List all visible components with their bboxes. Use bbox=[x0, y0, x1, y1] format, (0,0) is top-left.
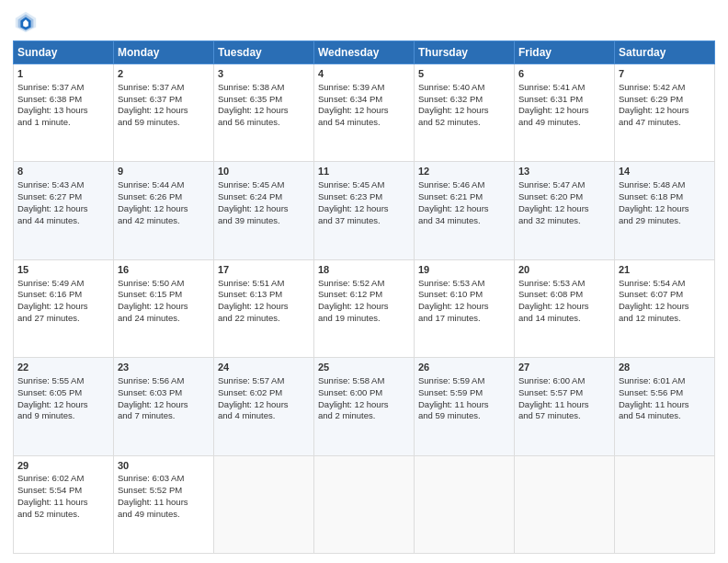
day-number: 13 bbox=[518, 165, 610, 178]
calendar-cell: 21Sunrise: 5:54 AMSunset: 6:07 PMDayligh… bbox=[615, 259, 715, 357]
calendar-cell: 3Sunrise: 5:38 AMSunset: 6:35 PMDaylight… bbox=[214, 64, 314, 162]
calendar-cell: 16Sunrise: 5:50 AMSunset: 6:15 PMDayligh… bbox=[114, 259, 214, 357]
day-number: 29 bbox=[17, 459, 109, 473]
calendar-cell: 7Sunrise: 5:42 AMSunset: 6:29 PMDaylight… bbox=[615, 64, 715, 162]
calendar-cell: 11Sunrise: 5:45 AMSunset: 6:23 PMDayligh… bbox=[314, 162, 415, 259]
calendar-cell: 27Sunrise: 6:00 AMSunset: 5:57 PMDayligh… bbox=[515, 358, 615, 455]
calendar-table: SundayMondayTuesdayWednesdayThursdayFrid… bbox=[13, 40, 715, 554]
day-number: 19 bbox=[418, 263, 510, 277]
day-number: 8 bbox=[17, 165, 109, 178]
col-header-sunday: Sunday bbox=[14, 41, 114, 64]
day-number: 24 bbox=[218, 361, 310, 374]
day-number: 21 bbox=[619, 263, 711, 277]
calendar-cell: 10Sunrise: 5:45 AMSunset: 6:24 PMDayligh… bbox=[214, 162, 314, 259]
calendar-cell bbox=[415, 455, 515, 553]
calendar-cell: 29Sunrise: 6:02 AMSunset: 5:54 PMDayligh… bbox=[14, 455, 114, 553]
calendar-cell: 6Sunrise: 5:41 AMSunset: 6:31 PMDaylight… bbox=[515, 64, 615, 162]
day-number: 11 bbox=[318, 165, 410, 178]
day-number: 17 bbox=[218, 263, 310, 277]
day-number: 9 bbox=[118, 165, 210, 178]
calendar-cell: 15Sunrise: 5:49 AMSunset: 6:16 PMDayligh… bbox=[14, 259, 114, 357]
day-number: 28 bbox=[619, 361, 711, 374]
calendar-header-row: SundayMondayTuesdayWednesdayThursdayFrid… bbox=[14, 41, 715, 64]
calendar-week-3: 22Sunrise: 5:55 AMSunset: 6:05 PMDayligh… bbox=[14, 358, 715, 455]
calendar-cell: 1Sunrise: 5:37 AMSunset: 6:38 PMDaylight… bbox=[14, 64, 114, 162]
day-number: 23 bbox=[118, 361, 210, 374]
day-number: 2 bbox=[118, 67, 210, 81]
calendar-week-0: 1Sunrise: 5:37 AMSunset: 6:38 PMDaylight… bbox=[14, 64, 715, 162]
day-number: 10 bbox=[218, 165, 310, 178]
calendar-cell: 9Sunrise: 5:44 AMSunset: 6:26 PMDaylight… bbox=[114, 162, 214, 259]
day-number: 30 bbox=[118, 459, 210, 473]
col-header-wednesday: Wednesday bbox=[314, 41, 415, 64]
calendar-cell: 14Sunrise: 5:48 AMSunset: 6:18 PMDayligh… bbox=[615, 162, 715, 259]
day-number: 14 bbox=[619, 165, 711, 178]
calendar-cell: 25Sunrise: 5:58 AMSunset: 6:00 PMDayligh… bbox=[314, 358, 415, 455]
logo-icon bbox=[13, 9, 39, 35]
calendar-cell: 30Sunrise: 6:03 AMSunset: 5:52 PMDayligh… bbox=[114, 455, 214, 553]
col-header-friday: Friday bbox=[515, 41, 615, 64]
day-number: 4 bbox=[318, 67, 410, 81]
header bbox=[13, 9, 715, 35]
calendar-cell: 26Sunrise: 5:59 AMSunset: 5:59 PMDayligh… bbox=[415, 358, 515, 455]
logo bbox=[13, 9, 42, 35]
calendar-cell: 20Sunrise: 5:53 AMSunset: 6:08 PMDayligh… bbox=[515, 259, 615, 357]
calendar-cell: 2Sunrise: 5:37 AMSunset: 6:37 PMDaylight… bbox=[114, 64, 214, 162]
calendar-cell: 4Sunrise: 5:39 AMSunset: 6:34 PMDaylight… bbox=[314, 64, 415, 162]
col-header-saturday: Saturday bbox=[615, 41, 715, 64]
day-number: 7 bbox=[619, 67, 711, 81]
day-number: 6 bbox=[518, 67, 610, 81]
calendar-cell: 23Sunrise: 5:56 AMSunset: 6:03 PMDayligh… bbox=[114, 358, 214, 455]
day-number: 26 bbox=[418, 361, 510, 374]
calendar-cell bbox=[615, 455, 715, 553]
calendar-cell: 5Sunrise: 5:40 AMSunset: 6:32 PMDaylight… bbox=[415, 64, 515, 162]
day-number: 25 bbox=[318, 361, 410, 374]
day-number: 16 bbox=[118, 263, 210, 277]
calendar-cell: 18Sunrise: 5:52 AMSunset: 6:12 PMDayligh… bbox=[314, 259, 415, 357]
calendar-cell: 12Sunrise: 5:46 AMSunset: 6:21 PMDayligh… bbox=[415, 162, 515, 259]
calendar-cell: 19Sunrise: 5:53 AMSunset: 6:10 PMDayligh… bbox=[415, 259, 515, 357]
day-number: 22 bbox=[17, 361, 109, 374]
col-header-monday: Monday bbox=[114, 41, 214, 64]
calendar-week-4: 29Sunrise: 6:02 AMSunset: 5:54 PMDayligh… bbox=[14, 455, 715, 553]
day-number: 15 bbox=[17, 263, 109, 277]
col-header-thursday: Thursday bbox=[415, 41, 515, 64]
calendar-cell: 24Sunrise: 5:57 AMSunset: 6:02 PMDayligh… bbox=[214, 358, 314, 455]
calendar-week-2: 15Sunrise: 5:49 AMSunset: 6:16 PMDayligh… bbox=[14, 259, 715, 357]
page: SundayMondayTuesdayWednesdayThursdayFrid… bbox=[0, 0, 728, 563]
day-number: 1 bbox=[17, 67, 109, 81]
calendar-cell: 13Sunrise: 5:47 AMSunset: 6:20 PMDayligh… bbox=[515, 162, 615, 259]
calendar-cell bbox=[314, 455, 415, 553]
day-number: 18 bbox=[318, 263, 410, 277]
calendar-cell: 22Sunrise: 5:55 AMSunset: 6:05 PMDayligh… bbox=[14, 358, 114, 455]
day-number: 5 bbox=[418, 67, 510, 81]
col-header-tuesday: Tuesday bbox=[214, 41, 314, 64]
day-number: 12 bbox=[418, 165, 510, 178]
calendar-cell: 8Sunrise: 5:43 AMSunset: 6:27 PMDaylight… bbox=[14, 162, 114, 259]
calendar-cell bbox=[515, 455, 615, 553]
calendar-cell: 28Sunrise: 6:01 AMSunset: 5:56 PMDayligh… bbox=[615, 358, 715, 455]
day-number: 20 bbox=[518, 263, 610, 277]
calendar-cell bbox=[214, 455, 314, 553]
calendar-week-1: 8Sunrise: 5:43 AMSunset: 6:27 PMDaylight… bbox=[14, 162, 715, 259]
day-number: 3 bbox=[218, 67, 310, 81]
day-number: 27 bbox=[518, 361, 610, 374]
calendar-cell: 17Sunrise: 5:51 AMSunset: 6:13 PMDayligh… bbox=[214, 259, 314, 357]
